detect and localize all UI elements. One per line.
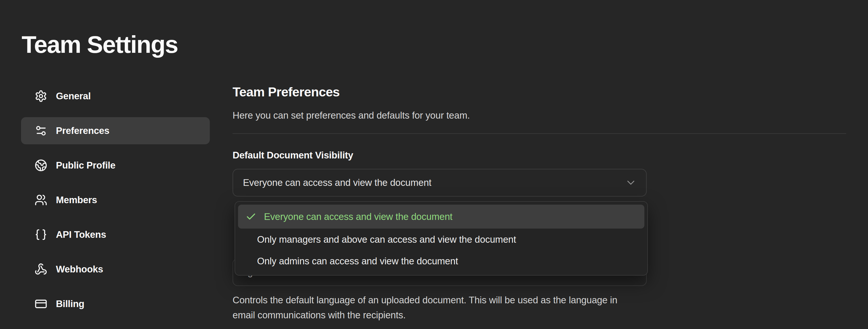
team-settings-page: Team Settings General Preferences Public…: [0, 0, 868, 329]
dropdown-option-selected[interactable]: Everyone can access and view the documen…: [238, 204, 644, 228]
visibility-select-value: Everyone can access and view the documen…: [243, 177, 431, 188]
sidebar-item-preferences[interactable]: Preferences: [21, 117, 210, 144]
dropdown-option-label: Only managers and above can access and v…: [257, 234, 516, 245]
sidebar-item-label: Public Profile: [56, 160, 116, 171]
sliders-icon: [35, 125, 47, 137]
braces-icon: [35, 228, 47, 241]
visibility-dropdown: Everyone can access and view the documen…: [235, 201, 648, 276]
sidebar: General Preferences Public Profile Membe…: [21, 83, 210, 318]
gear-icon: [35, 90, 47, 103]
section-divider: [232, 133, 846, 134]
section-heading: Team Preferences: [232, 85, 340, 100]
section-description: Here you can set preferences and default…: [232, 110, 470, 121]
dropdown-option-label: Everyone can access and view the documen…: [264, 211, 453, 222]
chevron-down-icon: [625, 176, 637, 189]
sidebar-item-label: API Tokens: [56, 229, 106, 240]
sidebar-item-general[interactable]: General: [21, 83, 210, 110]
sidebar-item-webhooks[interactable]: Webhooks: [21, 256, 210, 283]
main-content: Team Preferences Here you can set prefer…: [232, 0, 846, 329]
sidebar-item-public-profile[interactable]: Public Profile: [21, 152, 210, 179]
users-icon: [35, 194, 47, 207]
sidebar-item-label: Preferences: [56, 125, 110, 136]
sidebar-item-label: Billing: [56, 298, 85, 309]
visibility-select[interactable]: Everyone can access and view the documen…: [232, 169, 647, 196]
credit-card-icon: [35, 298, 47, 310]
sidebar-item-label: Members: [56, 194, 97, 205]
check-icon: [246, 211, 256, 222]
sidebar-item-members[interactable]: Members: [21, 186, 210, 214]
globe-icon: [35, 159, 47, 172]
sidebar-item-billing[interactable]: Billing: [21, 290, 210, 318]
language-helper-text: Controls the default language of an uplo…: [232, 293, 630, 323]
visibility-label: Default Document Visibility: [232, 150, 353, 161]
dropdown-option[interactable]: Only managers and above can access and v…: [238, 228, 644, 250]
webhook-icon: [35, 263, 47, 276]
dropdown-option-label: Only admins can access and view the docu…: [257, 256, 458, 267]
dropdown-option[interactable]: Only admins can access and view the docu…: [238, 250, 644, 272]
sidebar-item-api-tokens[interactable]: API Tokens: [21, 221, 210, 248]
sidebar-item-label: Webhooks: [56, 264, 103, 275]
page-title: Team Settings: [22, 31, 178, 58]
sidebar-item-label: General: [56, 91, 91, 102]
